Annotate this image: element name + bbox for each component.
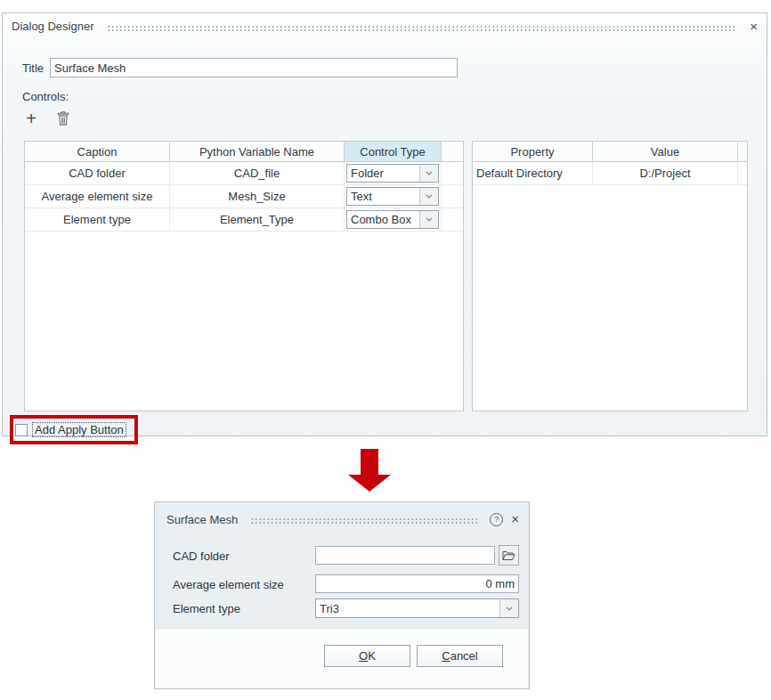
designer-titlebar[interactable]: Dialog Designer × (12, 19, 758, 34)
dialog-designer-window: Dialog Designer × Title Controls: + Capt… (2, 12, 767, 436)
title-field-label: Title (22, 61, 44, 75)
scrollbar-gutter (738, 142, 747, 161)
drag-handle-dots[interactable] (107, 25, 738, 31)
controls-section-label: Controls: (22, 90, 69, 103)
table-row: CAD folder CAD_file Folder (25, 162, 463, 185)
control-type-select[interactable]: Combo Box (346, 210, 439, 229)
column-header-control-type[interactable]: Control Type (345, 142, 442, 161)
column-header-caption[interactable]: Caption (25, 142, 170, 161)
surface-mesh-dialog: Surface Mesh ? × CAD folder Average elem… (154, 501, 530, 689)
selected-element-type: Tri3 (316, 599, 499, 617)
variable-cell[interactable]: CAD_file (170, 162, 345, 184)
element-size-input[interactable] (315, 574, 519, 593)
ok-button-label: OK (325, 649, 410, 663)
caption-cell[interactable]: CAD folder (25, 162, 170, 184)
chevron-down-icon[interactable] (419, 165, 438, 182)
help-icon[interactable]: ? (490, 513, 503, 526)
add-control-button[interactable]: + (22, 110, 40, 127)
control-type-select[interactable]: Folder (346, 164, 439, 183)
column-header-variable[interactable]: Python Variable Name (170, 142, 345, 161)
variable-cell[interactable]: Mesh_Size (170, 185, 345, 208)
table-row: Default Directory D:/Project (473, 162, 747, 185)
cad-folder-input[interactable] (315, 546, 495, 565)
scrollbar-gutter (738, 162, 747, 184)
scrollbar-gutter (442, 142, 463, 161)
column-header-property[interactable]: Property (473, 142, 593, 161)
add-apply-checkbox[interactable] (15, 424, 28, 436)
dialog-title-input[interactable] (50, 58, 458, 77)
ok-button[interactable]: OK (324, 645, 410, 667)
close-icon[interactable]: × (750, 20, 758, 33)
element-type-label: Element type (173, 602, 297, 615)
red-highlight-frame: Add Apply Button (10, 415, 138, 444)
value-cell[interactable]: D:/Project (593, 162, 738, 184)
table-row: Element type Element_Type Combo Box (25, 208, 463, 232)
preview-titlebar[interactable]: Surface Mesh ? × (166, 511, 519, 527)
scrollbar-gutter (442, 208, 463, 231)
caption-cell[interactable]: Average element size (25, 185, 170, 208)
controls-toolbar: + (22, 110, 72, 127)
close-icon[interactable]: × (511, 513, 519, 525)
selected-control-type: Combo Box (347, 211, 419, 228)
browse-folder-button[interactable] (499, 545, 519, 566)
scrollbar-gutter (442, 185, 463, 208)
control-type-cell: Combo Box (345, 208, 442, 231)
cancel-button[interactable]: Cancel (417, 645, 503, 667)
selected-control-type: Folder (347, 165, 419, 182)
property-cell[interactable]: Default Directory (473, 162, 593, 184)
trash-icon (57, 111, 69, 126)
red-down-arrow (347, 449, 392, 492)
preview-window-title: Surface Mesh (166, 513, 238, 526)
add-apply-checkbox-label[interactable]: Add Apply Button (32, 422, 126, 437)
properties-table: Property Value Default Directory D:/Proj… (472, 141, 748, 411)
delete-control-button[interactable] (54, 110, 72, 127)
cancel-button-label: Cancel (418, 649, 502, 663)
designer-window-title: Dialog Designer (12, 20, 94, 33)
column-header-value[interactable]: Value (593, 142, 738, 161)
variable-cell[interactable]: Element_Type (170, 208, 345, 231)
chevron-down-icon[interactable] (499, 599, 518, 617)
scrollbar-gutter (442, 162, 463, 184)
properties-table-header: Property Value (473, 142, 747, 162)
control-type-cell: Text (345, 185, 442, 208)
chevron-down-icon[interactable] (419, 188, 438, 205)
drag-handle-dots[interactable] (250, 517, 477, 524)
chevron-down-icon[interactable] (419, 211, 438, 228)
element-size-label: Average element size (173, 578, 297, 591)
folder-open-icon (502, 550, 515, 561)
controls-table: Caption Python Variable Name Control Typ… (24, 141, 464, 411)
caption-cell[interactable]: Element type (25, 208, 170, 231)
cad-folder-label: CAD folder (173, 549, 297, 563)
control-type-select[interactable]: Text (346, 187, 439, 206)
element-type-select[interactable]: Tri3 (315, 598, 519, 618)
controls-table-header: Caption Python Variable Name Control Typ… (25, 142, 463, 162)
dialog-footer: OK Cancel (156, 628, 528, 688)
control-type-cell: Folder (345, 162, 442, 184)
table-row: Average element size Mesh_Size Text (25, 185, 463, 208)
selected-control-type: Text (347, 188, 419, 205)
plus-icon: + (26, 110, 37, 126)
